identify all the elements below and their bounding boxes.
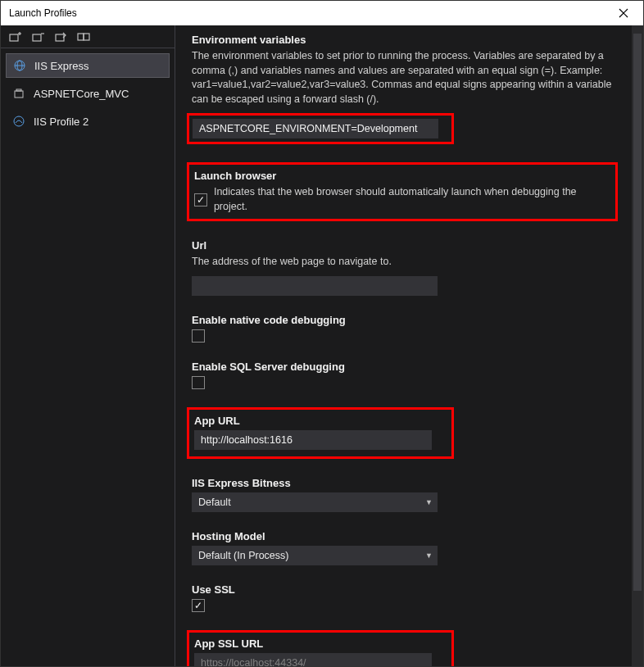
native-checkbox[interactable]	[192, 329, 205, 343]
appurl-input[interactable]	[194, 430, 432, 450]
launch-browser-checkbox[interactable]	[194, 193, 207, 206]
svg-rect-9	[84, 34, 89, 40]
highlight-launch-browser: Launch browser Indicates that the web br…	[187, 162, 618, 221]
profile-list: IIS Express ASPNETCore_MVC IIS Profile 2	[1, 48, 175, 138]
new-profile-button[interactable]	[7, 29, 22, 44]
profile-item-label: IIS Express	[34, 60, 88, 72]
close-icon	[619, 8, 628, 18]
scrollbar-thumb[interactable]	[633, 34, 642, 591]
svg-rect-2	[10, 34, 18, 41]
bitness-select[interactable]: Default ▼	[192, 492, 438, 512]
settings-panel[interactable]: Environment variables The environment va…	[175, 25, 643, 666]
env-desc: The environment variables to set prior t…	[192, 49, 619, 107]
section-environment-variables: Environment variables The environment va…	[192, 34, 619, 144]
scrollbar-track[interactable]	[632, 25, 643, 666]
chevron-down-icon: ▼	[425, 498, 433, 506]
profile-item-iis-express[interactable]: IIS Express	[6, 53, 170, 78]
hosting-value: Default (In Process)	[198, 550, 288, 561]
svg-rect-5	[33, 34, 41, 41]
delete-profile-icon	[31, 31, 44, 43]
section-sql-debugging: Enable SQL Server debugging	[192, 361, 619, 389]
iis-icon	[12, 115, 25, 128]
launch-profiles-window: Launch Profiles	[0, 0, 644, 667]
env-title: Environment variables	[192, 34, 619, 46]
hosting-title: Hosting Model	[192, 530, 619, 542]
profile-item-label: IIS Profile 2	[34, 116, 88, 128]
sidebar: IIS Express ASPNETCore_MVC IIS Profile 2	[1, 25, 175, 666]
duplicate-profile-icon	[77, 31, 90, 43]
content-wrap: Environment variables The environment va…	[175, 25, 643, 666]
bitness-value: Default	[198, 497, 231, 508]
svg-rect-13	[15, 91, 23, 98]
close-button[interactable]	[610, 3, 637, 23]
svg-rect-14	[16, 89, 21, 91]
profile-item-aspnetcore-mvc[interactable]: ASPNETCore_MVC	[6, 81, 170, 106]
section-app-url: App URL	[192, 407, 619, 459]
section-app-ssl-url: App SSL URL	[192, 630, 619, 667]
launch-browser-title: Launch browser	[194, 170, 610, 182]
section-hosting-model: Hosting Model Default (In Process) ▼	[192, 530, 619, 565]
svg-rect-8	[78, 34, 84, 40]
profile-item-label: ASPNETCore_MVC	[34, 88, 129, 100]
ssl-checkbox[interactable]	[192, 599, 205, 612]
url-input[interactable]	[192, 276, 438, 296]
duplicate-profile-button[interactable]	[76, 29, 91, 44]
rename-profile-button[interactable]	[53, 29, 68, 44]
section-use-ssl: Use SSL	[192, 583, 619, 612]
appurl-title: App URL	[194, 415, 447, 427]
bitness-title: IIS Express Bitness	[192, 477, 619, 489]
sslurl-title: App SSL URL	[194, 638, 447, 650]
profile-item-iis-profile-2[interactable]: IIS Profile 2	[6, 109, 170, 134]
launch-browser-row: Indicates that the web browser should au…	[194, 185, 610, 214]
highlight-ssl-url: App SSL URL	[187, 630, 454, 667]
sql-checkbox[interactable]	[192, 376, 205, 389]
highlight-app-url: App URL	[187, 407, 454, 459]
svg-rect-7	[56, 34, 64, 41]
native-title: Enable native code debugging	[192, 314, 619, 326]
delete-profile-button[interactable]	[30, 29, 45, 44]
svg-point-15	[14, 116, 24, 126]
window-title: Launch Profiles	[9, 7, 77, 19]
ssl-title: Use SSL	[192, 583, 619, 596]
sql-title: Enable SQL Server debugging	[192, 361, 619, 373]
launch-browser-label: Indicates that the web browser should au…	[214, 185, 610, 214]
main-area: IIS Express ASPNETCore_MVC IIS Profile 2	[1, 25, 643, 666]
section-launch-browser: Launch browser Indicates that the web br…	[192, 162, 619, 221]
section-url: Url The address of the web page to navig…	[192, 239, 619, 296]
section-native-debugging: Enable native code debugging	[192, 314, 619, 343]
highlight-env	[187, 113, 454, 144]
env-input[interactable]	[193, 119, 438, 138]
chevron-down-icon: ▼	[425, 551, 433, 560]
section-iis-bitness: IIS Express Bitness Default ▼	[192, 477, 619, 512]
hosting-select[interactable]: Default (In Process) ▼	[192, 546, 438, 565]
rename-profile-icon	[54, 31, 67, 43]
sslurl-input[interactable]	[194, 653, 432, 667]
url-desc: The address of the web page to navigate …	[192, 255, 619, 270]
title-bar: Launch Profiles	[1, 1, 643, 25]
url-title: Url	[192, 239, 619, 252]
new-profile-icon	[8, 31, 21, 43]
project-icon	[12, 87, 25, 100]
globe-icon	[13, 59, 26, 72]
sidebar-toolbar	[1, 25, 175, 48]
